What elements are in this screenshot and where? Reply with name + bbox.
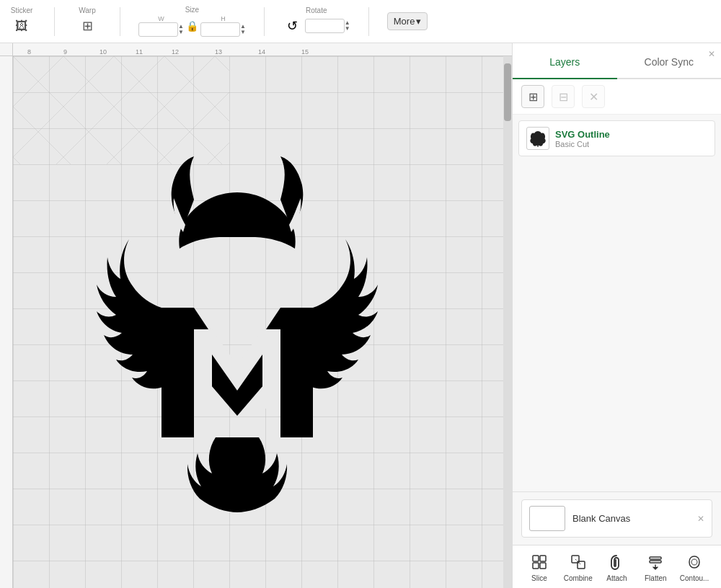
sticker-group: Sticker 🖼 xyxy=(7,6,36,36)
flatten-svg xyxy=(647,553,664,571)
flatten-label: Flatten xyxy=(645,574,667,582)
more-arrow: ▾ xyxy=(416,16,421,27)
lock-icon[interactable]: 🔒 xyxy=(186,20,198,32)
svg-rect-9 xyxy=(650,557,661,559)
size-label: Size xyxy=(185,6,199,14)
rotate-label: Rotate xyxy=(306,6,327,14)
ruler-left xyxy=(0,43,13,588)
ruler-num-13: 13 xyxy=(215,48,222,55)
ruler-num-9: 9 xyxy=(63,48,67,55)
combine-button[interactable]: Combine xyxy=(560,552,596,582)
panel-tabs: Layers Color Sync ✕ xyxy=(513,43,721,79)
layer-add-button[interactable]: ⊞ xyxy=(521,85,544,108)
slice-button[interactable]: Slice xyxy=(521,552,557,582)
size-inputs: W ▲▼ 🔒 H ▲▼ xyxy=(138,15,246,37)
size-group: Size W ▲▼ 🔒 H ▲▼ xyxy=(138,6,246,37)
layer-delete-button[interactable]: ✕ xyxy=(582,85,605,108)
height-arrows[interactable]: ▲▼ xyxy=(240,24,246,35)
right-panel: Layers Color Sync ✕ ⊞ ⊟ ✕ SVG Outl xyxy=(512,43,721,588)
svg-rect-3 xyxy=(533,556,539,561)
ruler-num-12: 12 xyxy=(172,48,179,55)
more-button[interactable]: More ▾ xyxy=(387,12,428,30)
blank-canvas-label: Blank Canvas xyxy=(572,513,630,524)
flatten-icon xyxy=(645,552,665,572)
width-input[interactable] xyxy=(138,22,178,37)
contour-button[interactable]: Contou... xyxy=(676,552,712,582)
mascot-svg xyxy=(50,106,425,538)
svg-rect-10 xyxy=(650,561,661,563)
ruler-num-10: 10 xyxy=(99,48,107,55)
contour-svg xyxy=(686,553,703,571)
contour-label: Contou... xyxy=(680,574,709,582)
bottom-toolbar: Slice Combine Attach xyxy=(513,545,721,588)
slice-svg xyxy=(531,553,548,571)
layer-sub: Basic Cut xyxy=(555,140,707,148)
ruler-top: 8 9 10 11 12 13 14 15 xyxy=(13,43,512,56)
divider-2 xyxy=(120,7,120,36)
layer-info: SVG Outline Basic Cut xyxy=(555,129,707,148)
blank-canvas-thumb xyxy=(529,506,565,531)
layer-remove-button[interactable]: ⊟ xyxy=(552,85,575,108)
grid-canvas[interactable] xyxy=(13,56,512,588)
rotate-group: Rotate ↺ ▲▼ xyxy=(283,6,350,36)
layer-toolbar: ⊞ ⊟ ✕ xyxy=(513,79,721,115)
rotate-arrows[interactable]: ▲▼ xyxy=(345,20,350,32)
svg-rect-4 xyxy=(540,556,546,561)
warp-group: Warp ⊞ xyxy=(73,6,102,36)
tab-layers[interactable]: Layers xyxy=(513,43,617,78)
svg-rect-5 xyxy=(533,563,539,569)
svg-rect-6 xyxy=(540,563,546,569)
layers-tab-label: Layers xyxy=(549,56,580,68)
contour-icon xyxy=(684,552,704,572)
ruler-num-11: 11 xyxy=(136,48,143,55)
scrollbar-thumb[interactable] xyxy=(504,63,511,121)
combine-label: Combine xyxy=(564,574,593,582)
attach-label: Attach xyxy=(606,574,627,582)
main-area: 8 9 10 11 12 13 14 15 xyxy=(0,43,721,588)
layer-thumbnail xyxy=(526,127,549,150)
ruler-num-8: 8 xyxy=(27,48,31,55)
sticker-label: Sticker xyxy=(11,6,33,14)
width-arrows[interactable]: ▲▼ xyxy=(178,24,184,35)
tab-color-sync[interactable]: Color Sync ✕ xyxy=(617,43,722,78)
layer-name: SVG Outline xyxy=(555,129,707,140)
ruler-num-14: 14 xyxy=(258,48,265,55)
flatten-button[interactable]: Flatten xyxy=(637,552,673,582)
slice-label: Slice xyxy=(531,574,547,582)
color-sync-tab-label: Color Sync xyxy=(645,56,694,68)
blank-canvas-section: Blank Canvas ✕ xyxy=(513,491,721,545)
more-label: More xyxy=(394,16,415,27)
sticker-icon[interactable]: 🖼 xyxy=(12,16,32,36)
attach-button[interactable]: Attach xyxy=(598,552,634,582)
rotate-inputs: ↺ ▲▼ xyxy=(283,16,350,36)
layer-list: SVG Outline Basic Cut xyxy=(513,115,721,491)
rotate-icon[interactable]: ↺ xyxy=(283,16,303,36)
blank-canvas-close-icon[interactable]: ✕ xyxy=(697,514,704,524)
scrollbar-right[interactable] xyxy=(503,56,512,588)
rotate-input[interactable] xyxy=(305,19,345,33)
slice-icon xyxy=(529,552,549,572)
divider-3 xyxy=(264,7,265,36)
top-toolbar: Sticker 🖼 Warp ⊞ Size W ▲▼ 🔒 H ▲▼ xyxy=(0,0,721,43)
mascot-group xyxy=(81,128,394,531)
divider-1 xyxy=(54,7,55,36)
combine-icon xyxy=(568,552,588,572)
attach-icon xyxy=(606,552,627,572)
warp-icon[interactable]: ⊞ xyxy=(77,16,97,36)
layer-thumb-svg xyxy=(529,130,547,147)
combine-svg xyxy=(570,553,587,571)
design-svg[interactable] xyxy=(50,106,425,538)
divider-4 xyxy=(368,7,369,36)
attach-svg xyxy=(608,553,625,571)
color-sync-close-icon[interactable]: ✕ xyxy=(708,49,715,59)
warp-label: Warp xyxy=(79,6,96,14)
layer-item[interactable]: SVG Outline Basic Cut xyxy=(518,120,715,156)
blank-canvas-item[interactable]: Blank Canvas ✕ xyxy=(521,499,712,538)
height-input[interactable] xyxy=(200,22,240,37)
canvas-area[interactable]: 8 9 10 11 12 13 14 15 xyxy=(0,43,512,588)
ruler-corner xyxy=(0,43,13,56)
ruler-num-15: 15 xyxy=(301,48,309,55)
